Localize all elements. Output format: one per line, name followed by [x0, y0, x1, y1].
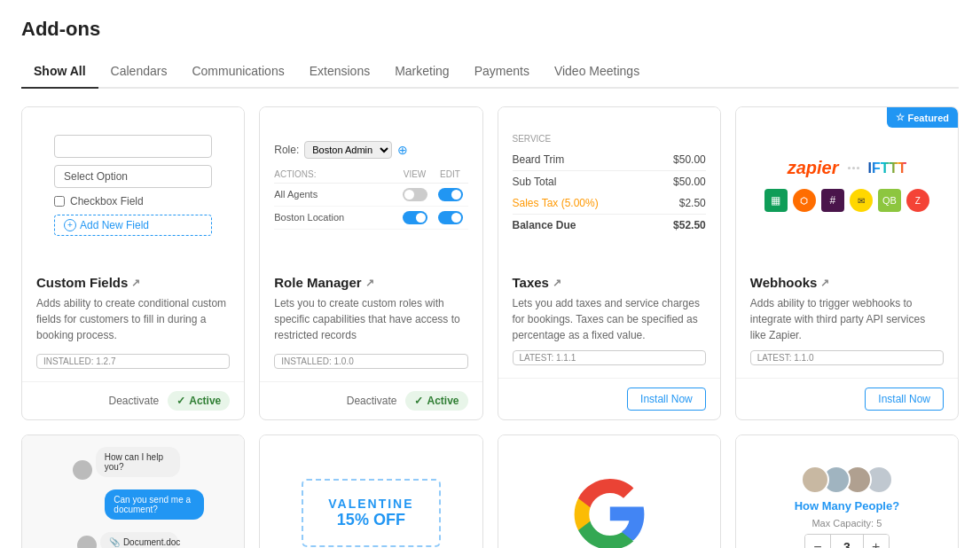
tab-show-all[interactable]: Show All [21, 55, 98, 89]
chat-row-1: How can I help you? [73, 444, 194, 480]
chat-bubble-1: How can I help you? [96, 447, 181, 477]
chat-bubble-2: Can you send me a document? [105, 489, 203, 520]
check-icon: ✓ [414, 395, 423, 407]
wh-logos-preview: zapier IFTTT ▦ ⬡ # [750, 158, 944, 212]
rm-row-all-agents: All Agents [274, 184, 467, 207]
role-manager-footer: Deactivate ✓ Active [260, 381, 482, 419]
taxes-footer: Install Now [498, 378, 720, 419]
external-link-icon[interactable]: ↗ [553, 277, 561, 289]
google-logo-display [513, 450, 706, 548]
tab-calendars[interactable]: Calendars [98, 55, 180, 89]
tax-row-balance: Balance Due $52.50 [513, 214, 706, 236]
taxes-preview: SERVICE Beard Trim $50.00 Sub Total $50.… [498, 107, 720, 262]
deactivate-role-manager-btn[interactable]: Deactivate [347, 395, 397, 407]
capacity-display: How Many People? Max Capacity: 5 − 3 + [750, 466, 944, 548]
hubspot-icon: ⬡ [793, 189, 816, 212]
rm-form-preview: Role: Boston Admin ⊕ ACTIONS: VIEW EDIT … [274, 141, 467, 230]
tax-row-subtotal: Sub Total $50.00 [513, 170, 706, 192]
wh-logo-row: zapier IFTTT [788, 158, 906, 178]
webhooks-body: Webhooks ↗ Adds ability to trigger webho… [736, 262, 958, 378]
active-badge-custom-fields: ✓ Active [168, 391, 230, 411]
live-chat-preview: How can I help you? Can you send me a do… [22, 435, 244, 548]
cf-text-field: Text Field [54, 135, 212, 158]
zapier-logo: zapier [788, 158, 839, 178]
card-live-chat: How can I help you? Can you send me a do… [21, 434, 245, 548]
slack-icon: # [821, 189, 844, 212]
chat-bubble-3: 📎 Document.doc [100, 532, 179, 548]
card-group-booking: How Many People? Max Capacity: 5 − 3 + G… [735, 434, 959, 548]
toggle-agents-view[interactable] [403, 188, 427, 201]
cf-checkbox [54, 196, 65, 207]
avatar-1 [801, 466, 829, 494]
tab-video-meetings[interactable]: Video Meetings [542, 55, 652, 89]
taxes-version: LATEST: 1.1.1 [513, 350, 706, 365]
rm-role-row: Role: Boston Admin ⊕ [274, 141, 467, 159]
webhooks-title: Webhooks ↗ [750, 275, 944, 290]
mailchimp-icon: ✉ [850, 189, 873, 212]
external-link-icon[interactable]: ↗ [820, 277, 829, 289]
google-sheets-icon: ▦ [764, 189, 788, 212]
group-booking-preview: How Many People? Max Capacity: 5 − 3 + [736, 435, 958, 548]
cf-add-field-btn[interactable]: + Add New Field [54, 215, 212, 236]
custom-fields-body: Custom Fields ↗ Adds ability to create c… [22, 262, 244, 381]
toggle-boston-view[interactable] [403, 211, 427, 224]
star-icon: ☆ [896, 112, 905, 123]
tax-service-label: SERVICE [513, 134, 706, 144]
coupon-display: VALENTINE 15% OFF [302, 479, 440, 547]
capacity-label: Max Capacity: 5 [811, 518, 882, 528]
install-taxes-btn[interactable]: Install Now [627, 388, 706, 411]
role-manager-body: Role Manager ↗ Lets you to create custom… [260, 262, 482, 381]
tab-payments[interactable]: Payments [462, 55, 542, 89]
tabs-bar: Show All Calendars Communications Extens… [21, 55, 959, 89]
custom-fields-preview: Text Field Select Option Checkbox Field … [22, 107, 244, 262]
cf-select-field: Select Option [54, 165, 212, 188]
custom-fields-footer: Deactivate ✓ Active [22, 381, 244, 419]
role-manager-desc: Lets you to create custom roles with spe… [274, 295, 467, 347]
card-webhooks: ☆ Featured zapier IFTTT [735, 106, 959, 420]
role-manager-preview: Role: Boston Admin ⊕ ACTIONS: VIEW EDIT … [260, 107, 482, 262]
tab-marketing[interactable]: Marketing [382, 55, 461, 89]
capacity-stepper: − 3 + [804, 534, 890, 548]
cf-add-label: Add New Field [80, 219, 149, 231]
coupons-preview: VALENTINE 15% OFF [260, 435, 482, 548]
tax-row-beard-trim: Beard Trim $50.00 [513, 149, 706, 170]
external-link-icon[interactable]: ↗ [365, 277, 374, 289]
custom-fields-title: Custom Fields ↗ [36, 275, 230, 290]
wh-service-icons: ▦ ⬡ # ✉ QB Z [764, 189, 929, 212]
external-link-icon[interactable]: ↗ [131, 277, 140, 289]
decrement-btn[interactable]: − [805, 535, 830, 548]
tax-table-preview: SERVICE Beard Trim $50.00 Sub Total $50.… [513, 134, 706, 236]
cf-checkbox-row: Checkbox Field [54, 195, 212, 207]
avatar [77, 536, 97, 548]
ifttt-logo: IFTTT [868, 160, 907, 176]
rm-table-header: ACTIONS: VIEW EDIT [274, 166, 467, 184]
toggle-boston-edit[interactable] [438, 211, 463, 224]
plus-icon: + [64, 219, 76, 231]
rm-row-boston: Boston Location [274, 207, 467, 230]
google-calendar-preview [498, 435, 720, 548]
tab-extensions[interactable]: Extensions [297, 55, 382, 89]
rm-role-select[interactable]: Boston Admin [304, 141, 392, 159]
webhooks-footer: Install Now [736, 378, 958, 419]
tax-row-sales-tax: Sales Tax (5.00%) $2.50 [513, 192, 706, 214]
tab-communications[interactable]: Communications [179, 55, 296, 89]
role-manager-version: INSTALLED: 1.0.0 [274, 354, 467, 369]
coupon-box-wrapper: VALENTINE 15% OFF [274, 450, 467, 548]
taxes-desc: Lets you add taxes and service charges f… [513, 295, 706, 343]
chat-row-2: Can you send me a document? [63, 487, 204, 522]
install-webhooks-btn[interactable]: Install Now [865, 388, 944, 411]
webhooks-version: LATEST: 1.1.0 [750, 350, 944, 365]
card-google-calendar: Google Calendar [498, 434, 721, 548]
quickbooks-icon: QB [878, 189, 901, 212]
increment-btn[interactable]: + [864, 535, 889, 548]
toggle-agents-edit[interactable] [438, 188, 463, 201]
cf-form-preview: Text Field Select Option Checkbox Field … [36, 126, 230, 245]
rm-add-icon[interactable]: ⊕ [397, 143, 408, 157]
coupon-discount: 15% OFF [328, 511, 413, 529]
avatar [73, 460, 92, 480]
card-coupons: VALENTINE 15% OFF Coupons [259, 434, 482, 548]
taxes-title: Taxes ↗ [513, 275, 706, 290]
coupon-name: VALENTINE [328, 497, 413, 511]
deactivate-custom-fields-btn[interactable]: Deactivate [109, 395, 160, 407]
cf-checkbox-label: Checkbox Field [70, 195, 144, 207]
